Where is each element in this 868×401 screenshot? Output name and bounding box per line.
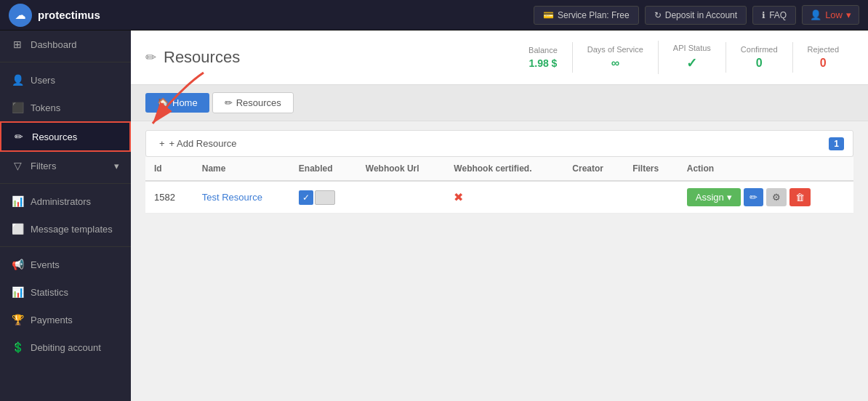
row-name: Test Resource bbox=[193, 181, 290, 214]
days-value: ∞ bbox=[587, 57, 643, 70]
sidebar-item-label: Tokens bbox=[31, 102, 60, 113]
settings-button[interactable]: ⚙ bbox=[766, 188, 787, 206]
sidebar-item-dashboard[interactable]: ⊞ Dashboard bbox=[0, 31, 131, 58]
col-enabled: Enabled bbox=[290, 157, 357, 181]
row-enabled: ✓ bbox=[290, 181, 357, 214]
content-area: + + Add Resource 1 Id Name Enabled Webho… bbox=[131, 130, 868, 228]
sidebar-item-tokens[interactable]: ⬛ Tokens bbox=[0, 94, 131, 121]
sidebar-item-label: Administrators bbox=[31, 196, 91, 207]
resources-tab-label: Resources bbox=[236, 97, 281, 108]
sidebar-item-events[interactable]: 📢 Events bbox=[0, 251, 131, 278]
sidebar-item-resources[interactable]: ✏ Resources bbox=[0, 121, 131, 152]
assign-label: Assign bbox=[696, 192, 724, 203]
sidebar-item-label: Users bbox=[31, 75, 55, 86]
sidebar-item-label: Statistics bbox=[31, 287, 68, 298]
sidebar-item-label: Dashboard bbox=[31, 39, 77, 50]
filters-icon: ▽ bbox=[12, 160, 23, 171]
col-id: Id bbox=[145, 157, 193, 181]
user-dropdown-icon: ▾ bbox=[846, 9, 851, 20]
row-action: Assign ▾ ✏ ⚙ 🗑 bbox=[678, 181, 853, 214]
sidebar-item-label: Resources bbox=[32, 131, 77, 142]
confirmed-stat: Confirmed 0 bbox=[726, 42, 792, 73]
add-resource-plus-icon: + bbox=[159, 138, 165, 149]
tab-resources[interactable]: ✏ Resources bbox=[212, 92, 294, 113]
user-menu[interactable]: 👤 Low ▾ bbox=[802, 5, 859, 25]
sidebar-item-debiting-account[interactable]: 💲 Debiting account bbox=[0, 333, 131, 361]
resources-table: Id Name Enabled Webhook Url Webhook cert… bbox=[145, 157, 853, 214]
deposit-icon: ↻ bbox=[654, 10, 662, 20]
service-plan-label: Service Plan: Free bbox=[558, 10, 630, 20]
resources-tab-icon: ✏ bbox=[225, 97, 233, 108]
table-body: 1582 Test Resource ✓ ✖ bbox=[145, 181, 853, 214]
days-label: Days of Service bbox=[587, 45, 643, 54]
col-webhook-url: Webhook Url bbox=[357, 157, 446, 181]
gear-icon: ⚙ bbox=[772, 192, 781, 203]
edit-icon: ✏ bbox=[750, 192, 758, 203]
add-resource-label: + Add Resource bbox=[169, 138, 237, 149]
resource-name-link[interactable]: Test Resource bbox=[202, 192, 262, 203]
col-creator: Creator bbox=[563, 157, 624, 181]
payments-icon: 🏆 bbox=[12, 314, 23, 325]
dashboard-icon: ⊞ bbox=[12, 39, 23, 50]
main-content: ✏ Resources Balance 1.98 $ Days of Servi… bbox=[131, 31, 868, 401]
sidebar-item-users[interactable]: 👤 Users bbox=[0, 66, 131, 94]
faq-button[interactable]: ℹ FAQ bbox=[752, 6, 796, 25]
administrators-icon: 📊 bbox=[12, 195, 23, 207]
toggle-on-indicator: ✓ bbox=[299, 190, 313, 205]
balance-value: 1.98 $ bbox=[529, 57, 558, 69]
api-status-stat: API Status ✓ bbox=[658, 41, 726, 74]
table-header: Id Name Enabled Webhook Url Webhook cert… bbox=[145, 157, 853, 181]
rejected-label: Rejected bbox=[808, 45, 839, 54]
topbar: ☁ protectimus 💳 Service Plan: Free ↻ Dep… bbox=[0, 0, 868, 31]
assign-button[interactable]: Assign ▾ bbox=[687, 188, 741, 206]
logo-text: protectimus bbox=[38, 9, 100, 21]
service-plan-button[interactable]: 💳 Service Plan: Free bbox=[534, 6, 639, 25]
message-templates-icon: ⬜ bbox=[12, 223, 23, 235]
row-webhook-certified: ✖ bbox=[445, 181, 563, 214]
tokens-icon: ⬛ bbox=[12, 102, 23, 113]
tab-home[interactable]: 🏠 Home bbox=[145, 93, 209, 113]
deposit-label: Deposit in Account bbox=[665, 10, 737, 20]
faq-icon: ℹ bbox=[762, 10, 765, 20]
edit-button[interactable]: ✏ bbox=[744, 188, 763, 206]
api-label: API Status bbox=[673, 44, 711, 52]
debiting-account-icon: 💲 bbox=[12, 341, 23, 353]
row-creator bbox=[563, 181, 624, 214]
resources-count-badge: 1 bbox=[829, 137, 844, 150]
logo: ☁ protectimus bbox=[9, 4, 100, 27]
toggle-switch[interactable]: ✓ bbox=[299, 190, 348, 205]
page-title-icon: ✏ bbox=[145, 49, 156, 65]
sidebar-item-label: Payments bbox=[31, 315, 73, 325]
col-name: Name bbox=[193, 157, 290, 181]
table-row: 1582 Test Resource ✓ ✖ bbox=[145, 181, 853, 214]
user-label: Low bbox=[825, 9, 843, 20]
sidebar-item-label: Debiting account bbox=[31, 342, 101, 353]
sidebar-item-statistics[interactable]: 📊 Statistics bbox=[0, 278, 131, 306]
sidebar-item-administrators[interactable]: 📊 Administrators bbox=[0, 187, 131, 215]
service-plan-icon: 💳 bbox=[543, 10, 554, 20]
row-filters bbox=[624, 181, 678, 214]
sidebar-item-label: Message templates bbox=[31, 224, 113, 235]
rejected-stat: Rejected 0 bbox=[792, 42, 853, 73]
col-filters: Filters bbox=[624, 157, 678, 181]
sidebar-item-payments[interactable]: 🏆 Payments bbox=[0, 306, 131, 333]
filters-dropdown-icon: ▾ bbox=[114, 161, 119, 171]
statistics-icon: 📊 bbox=[12, 286, 23, 298]
action-buttons: Assign ▾ ✏ ⚙ 🗑 bbox=[687, 188, 845, 206]
trash-icon: 🗑 bbox=[795, 192, 805, 203]
assign-dropdown-icon: ▾ bbox=[727, 192, 732, 203]
sidebar-item-label: Events bbox=[31, 259, 60, 270]
deposit-button[interactable]: ↻ Deposit in Account bbox=[645, 6, 747, 25]
stats-area: Balance 1.98 $ Days of Service ∞ API Sta… bbox=[514, 41, 853, 74]
tabs-bar: 🏠 Home ✏ Resources bbox=[131, 85, 868, 121]
row-id: 1582 bbox=[145, 181, 193, 214]
webhook-certified-no-icon: ✖ bbox=[454, 191, 463, 203]
add-resource-button[interactable]: + + Add Resource bbox=[155, 137, 241, 150]
sidebar-item-filters[interactable]: ▽ Filters ▾ bbox=[0, 152, 131, 179]
home-tab-icon: 🏠 bbox=[157, 97, 169, 108]
confirmed-value: 0 bbox=[741, 57, 778, 70]
page-header: ✏ Resources Balance 1.98 $ Days of Servi… bbox=[131, 31, 868, 85]
delete-button[interactable]: 🗑 bbox=[789, 188, 811, 206]
sidebar-item-message-templates[interactable]: ⬜ Message templates bbox=[0, 215, 131, 243]
balance-label: Balance bbox=[529, 46, 558, 54]
